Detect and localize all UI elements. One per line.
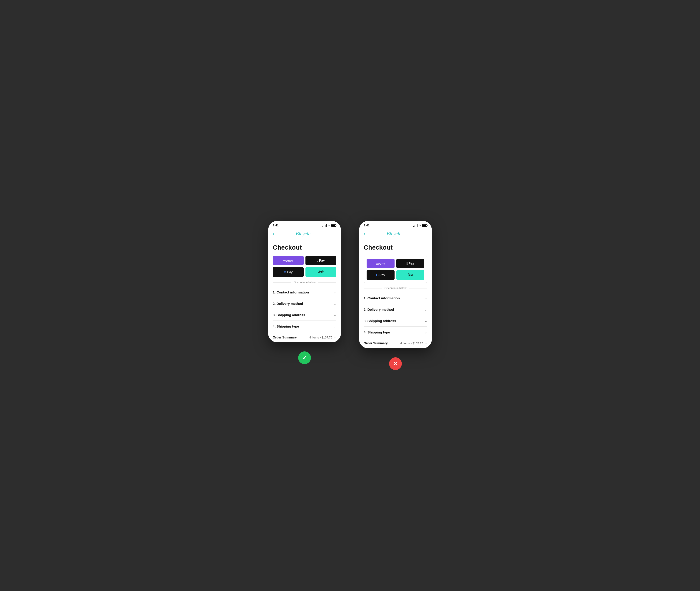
link-label-right: link	[408, 273, 413, 277]
status-time-right: 9:41	[364, 224, 369, 227]
link-button-right[interactable]: link	[396, 270, 424, 280]
checkout-title-left: Checkout	[273, 244, 336, 251]
or-divider-line-right	[364, 288, 382, 288]
nav-bar-left: ‹ Bicycle	[268, 229, 341, 239]
chevron-4-right: ⌄	[425, 330, 427, 334]
chevron-2-right: ⌄	[425, 308, 427, 311]
checkout-title-right: Checkout	[364, 244, 427, 251]
incorrect-badge: ✕	[389, 357, 402, 370]
woo-pay-label-left: wooPAY	[283, 259, 293, 262]
page-wrapper: 9:41 ∿ ‹ Bicycle Checkout	[268, 221, 432, 370]
signal-icon-right	[413, 224, 418, 227]
apple-pay-label-right: Pay	[408, 262, 414, 265]
battery-icon-left	[331, 224, 336, 227]
woo-pay-button-right[interactable]: wooPAY	[367, 259, 395, 268]
accordion-label-4-right: 4. Shipping type	[364, 330, 390, 334]
correct-badge: ✓	[298, 351, 311, 364]
payment-grid-right: wooPAY  Pay G Pay link	[364, 256, 427, 283]
accordion-item-2-right[interactable]: 2. Delivery method ⌄	[364, 304, 427, 315]
order-summary-label-right: Order Summary	[364, 341, 388, 345]
status-bar-right: 9:41 ∿	[359, 221, 432, 229]
back-button-right[interactable]: ‹	[364, 231, 365, 237]
correct-badge-icon: ✓	[302, 354, 307, 362]
accordion-item-1-right[interactable]: 1. Contact information ⌄	[364, 292, 427, 304]
accordion-label-2-right: 2. Delivery method	[364, 308, 394, 311]
gpay-button-left[interactable]: G Pay	[273, 267, 304, 277]
signal-icon-left	[323, 224, 327, 227]
phone-content-right: Checkout wooPAY  Pay G Pay link	[359, 239, 432, 338]
wifi-icon-right: ∿	[419, 224, 421, 227]
order-summary-right-right: 4 items • $107.75 ⌄	[400, 341, 427, 345]
phone-frame-left: 9:41 ∿ ‹ Bicycle Checkout	[268, 221, 341, 342]
or-divider-left: Or continue below	[273, 281, 336, 284]
battery-icon-right	[422, 224, 427, 227]
order-summary-right-left: 4 items • $107.75 ⌄	[309, 335, 336, 339]
accordion-item-3-right[interactable]: 3. Shipping address ⌄	[364, 315, 427, 327]
or-divider-right: Or continue below	[364, 287, 427, 290]
apple-pay-button-right[interactable]:  Pay	[396, 259, 424, 268]
incorrect-badge-icon: ✕	[393, 360, 398, 367]
order-summary-value-right: 4 items • $107.75	[400, 342, 423, 345]
payment-grid-left: wooPAY  Pay G Pay link	[273, 256, 336, 277]
order-summary-chevron-right: ⌄	[425, 341, 427, 345]
accordion-header-1-left[interactable]: 1. Contact information ⌄	[273, 290, 336, 294]
accordion-header-4-left[interactable]: 4. Shipping type ⌄	[273, 324, 336, 328]
chevron-3-right: ⌄	[425, 319, 427, 323]
status-time-left: 9:41	[273, 224, 279, 227]
link-label-left: link	[318, 270, 324, 274]
chevron-3-left: ⌄	[334, 313, 336, 317]
phone-column-left: 9:41 ∿ ‹ Bicycle Checkout	[268, 221, 341, 364]
order-summary-value-left: 4 items • $107.75	[309, 336, 332, 339]
phone-content-left: Checkout wooPAY  Pay G Pay link	[268, 239, 341, 332]
wifi-icon-left: ∿	[328, 224, 330, 227]
phone-column-right: 9:41 ∿ ‹ Bicycle Checkout	[359, 221, 432, 370]
status-icons-right: ∿	[413, 224, 427, 227]
accordion-item-4-right[interactable]: 4. Shipping type ⌄	[364, 327, 427, 338]
chevron-1-right: ⌄	[425, 297, 427, 300]
gpay-label-right: G Pay	[376, 273, 385, 277]
woo-pay-label-right: wooPAY	[376, 262, 386, 265]
order-summary-bar-right[interactable]: Order Summary 4 items • $107.75 ⌄	[359, 338, 432, 348]
status-icons-left: ∿	[323, 224, 336, 227]
nav-bar-right: ‹ Bicycle	[359, 229, 432, 239]
chevron-2-left: ⌄	[334, 302, 336, 306]
accordion-header-1-right[interactable]: 1. Contact information ⌄	[364, 296, 427, 300]
apple-icon-left: 	[317, 258, 319, 263]
accordion-label-2-left: 2. Delivery method	[273, 302, 303, 306]
chevron-1-left: ⌄	[334, 290, 336, 294]
accordion-item-1-left[interactable]: 1. Contact information ⌄	[273, 287, 336, 298]
accordion-header-4-right[interactable]: 4. Shipping type ⌄	[364, 330, 427, 334]
back-button-left[interactable]: ‹	[273, 231, 274, 237]
accordion-item-3-left[interactable]: 3. Shipping address ⌄	[273, 309, 336, 321]
gpay-label-left: G Pay	[284, 270, 293, 274]
order-summary-chevron-left: ⌄	[334, 335, 336, 339]
apple-icon-right: 	[407, 261, 408, 265]
accordion-label-3-left: 3. Shipping address	[273, 313, 305, 317]
apple-pay-button-left[interactable]:  Pay	[305, 256, 336, 265]
accordion-header-2-left[interactable]: 2. Delivery method ⌄	[273, 302, 336, 306]
accordion-header-3-left[interactable]: 3. Shipping address ⌄	[273, 313, 336, 317]
gpay-button-right[interactable]: G Pay	[367, 270, 395, 280]
accordion-item-2-left[interactable]: 2. Delivery method ⌄	[273, 298, 336, 309]
chevron-4-left: ⌄	[334, 325, 336, 328]
status-bar-left: 9:41 ∿	[268, 221, 341, 229]
or-continue-right: Or continue below	[384, 287, 407, 290]
accordion-item-4-left[interactable]: 4. Shipping type ⌄	[273, 321, 336, 332]
accordion-header-3-right[interactable]: 3. Shipping address ⌄	[364, 319, 427, 323]
phone-frame-right: 9:41 ∿ ‹ Bicycle Checkout	[359, 221, 432, 348]
accordion-label-3-right: 3. Shipping address	[364, 319, 396, 323]
order-summary-bar-left[interactable]: Order Summary 4 items • $107.75 ⌄	[268, 332, 341, 342]
brand-logo-right: Bicycle	[387, 231, 401, 237]
accordion-label-4-left: 4. Shipping type	[273, 324, 299, 328]
link-button-left[interactable]: link	[305, 267, 336, 277]
brand-logo-left: Bicycle	[296, 231, 310, 237]
or-continue-left: Or continue below	[294, 281, 316, 284]
accordion-header-2-right[interactable]: 2. Delivery method ⌄	[364, 308, 427, 311]
apple-pay-label-left: Pay	[319, 259, 325, 262]
order-summary-label-left: Order Summary	[273, 335, 297, 339]
accordion-label-1-right: 1. Contact information	[364, 296, 400, 300]
accordion-label-1-left: 1. Contact information	[273, 290, 309, 294]
woo-pay-button-left[interactable]: wooPAY	[273, 256, 304, 265]
or-divider-line2-right	[409, 288, 427, 288]
